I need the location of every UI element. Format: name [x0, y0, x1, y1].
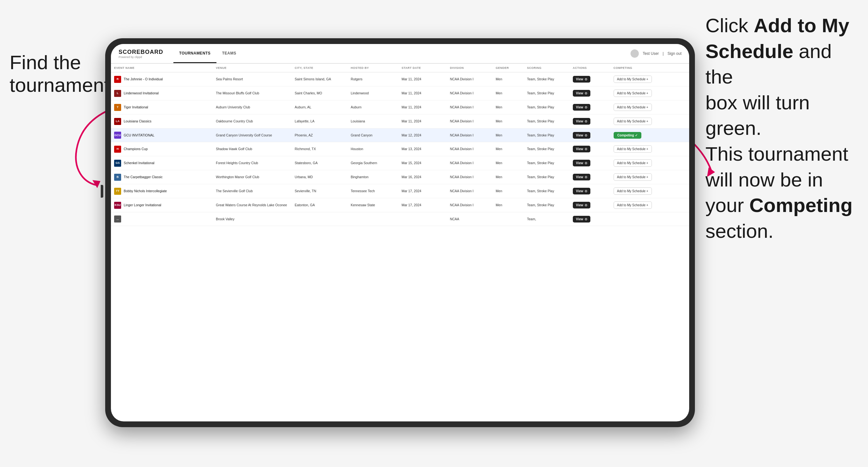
- td-hosted-by: Louisiana: [347, 115, 399, 128]
- td-event-name: GS Schenkel Invitational: [111, 156, 213, 170]
- team-logo: T: [114, 104, 121, 111]
- td-hosted-by: Auburn: [347, 100, 399, 115]
- team-logo: GCU: [114, 132, 121, 139]
- td-competing: Add to My Schedule +: [611, 170, 689, 184]
- table-row: H Champions Cup Shadow Hawk Golf ClubRic…: [111, 142, 689, 156]
- td-city: Sevierville, TN: [292, 184, 348, 198]
- team-logo: R: [114, 76, 121, 83]
- tab-tournaments[interactable]: TOURNAMENTS: [174, 44, 216, 63]
- td-venue: Oakbourne Country Club: [213, 115, 291, 128]
- td-gender: Men: [493, 86, 524, 100]
- td-scoring: Team, Stroke Play: [524, 72, 570, 86]
- th-scoring: SCORING: [524, 64, 570, 72]
- view-button[interactable]: View ⊙: [573, 132, 591, 139]
- add-to-schedule-button[interactable]: Add to My Schedule +: [614, 159, 652, 167]
- tablet-side-button: [101, 185, 103, 198]
- td-actions: View ⊙: [570, 170, 611, 184]
- view-button[interactable]: View ⊙: [573, 216, 591, 222]
- add-to-schedule-button[interactable]: Add to My Schedule +: [614, 187, 652, 195]
- td-division: NCAA Division I: [446, 142, 493, 156]
- td-actions: View ⊙: [570, 128, 611, 142]
- td-venue: Sea Palms Resort: [213, 72, 291, 86]
- td-venue: Shadow Hawk Golf Club: [213, 142, 291, 156]
- td-gender: Men: [493, 72, 524, 86]
- td-start-date: Mar 15, 2024: [399, 156, 447, 170]
- td-event-name: TT Bobby Nichols Intercollegiate: [111, 184, 213, 198]
- td-city: Saint Simons Island, GA: [292, 72, 348, 86]
- td-hosted-by: Georgia Southern: [347, 156, 399, 170]
- td-start-date: Mar 16, 2024: [399, 170, 447, 184]
- table-row: TT Bobby Nichols Intercollegiate The Sev…: [111, 184, 689, 198]
- td-division: NCAA: [446, 212, 493, 226]
- td-city: Saint Charles, MO: [292, 86, 348, 100]
- view-button[interactable]: View ⊙: [573, 160, 591, 166]
- td-competing: Add to My Schedule +: [611, 198, 689, 212]
- tablet-device: SCOREBOARD Powered by clippd TOURNAMENTS…: [105, 38, 695, 427]
- td-division: NCAA Division I: [446, 115, 493, 128]
- team-logo: KSU: [114, 202, 121, 209]
- add-to-schedule-button[interactable]: Add to My Schedule +: [614, 90, 652, 97]
- td-city: [292, 212, 348, 226]
- add-to-schedule-button[interactable]: Add to My Schedule +: [614, 174, 652, 181]
- add-to-schedule-button[interactable]: Add to My Schedule +: [614, 75, 652, 83]
- td-scoring: Team, Stroke Play: [524, 142, 570, 156]
- event-name-text: The Carpetbagger Classic: [124, 175, 162, 179]
- add-to-schedule-button[interactable]: Add to My Schedule +: [614, 201, 652, 209]
- th-venue: VENUE: [213, 64, 291, 72]
- team-logo: H: [114, 146, 121, 153]
- tab-teams[interactable]: TEAMS: [216, 44, 242, 63]
- td-actions: View ⊙: [570, 198, 611, 212]
- view-button[interactable]: View ⊙: [573, 146, 591, 152]
- td-start-date: Mar 11, 2024: [399, 72, 447, 86]
- td-hosted-by: Lindenwood: [347, 86, 399, 100]
- td-actions: View ⊙: [570, 115, 611, 128]
- view-button[interactable]: View ⊙: [573, 90, 591, 97]
- nav-right: Test User | Sign out: [630, 50, 682, 58]
- competing-button[interactable]: Competing ✓: [614, 132, 641, 139]
- nav-separator: |: [663, 51, 664, 56]
- th-event-name: EVENT NAME: [111, 64, 213, 72]
- view-button[interactable]: View ⊙: [573, 104, 591, 111]
- td-city: Phoenix, AZ: [292, 128, 348, 142]
- add-to-schedule-button[interactable]: Add to My Schedule +: [614, 103, 652, 111]
- add-to-schedule-button[interactable]: Add to My Schedule +: [614, 145, 652, 153]
- td-scoring: Team, Stroke Play: [524, 100, 570, 115]
- td-gender: [493, 212, 524, 226]
- team-logo: GS: [114, 160, 121, 167]
- td-scoring: Team, Stroke Play: [524, 198, 570, 212]
- add-to-schedule-button[interactable]: Add to My Schedule +: [614, 118, 652, 125]
- td-competing: Add to My Schedule +: [611, 100, 689, 115]
- tournament-table-wrapper: EVENT NAME VENUE CITY, STATE HOSTED BY S…: [111, 64, 689, 422]
- sign-out-link[interactable]: Sign out: [668, 51, 682, 56]
- event-name-text: The Johnnie - O Individual: [124, 77, 163, 81]
- view-button[interactable]: View ⊙: [573, 174, 591, 180]
- td-event-name: R The Johnnie - O Individual: [111, 72, 213, 86]
- td-competing: Add to My Schedule +: [611, 72, 689, 86]
- td-division: NCAA Division I: [446, 100, 493, 115]
- td-city: Auburn, AL: [292, 100, 348, 115]
- event-name-text: GCU INVITATIONAL: [124, 133, 154, 137]
- td-gender: Men: [493, 115, 524, 128]
- td-event-name: ...: [111, 212, 213, 226]
- view-button[interactable]: View ⊙: [573, 188, 591, 194]
- td-division: NCAA Division I: [446, 170, 493, 184]
- avatar: [630, 50, 639, 58]
- view-button[interactable]: View ⊙: [573, 202, 591, 209]
- td-competing: Add to My Schedule +: [611, 142, 689, 156]
- view-button[interactable]: View ⊙: [573, 76, 591, 83]
- team-logo: B: [114, 174, 121, 181]
- td-event-name: GCU GCU INVITATIONAL: [111, 128, 213, 142]
- event-name-text: Louisiana Classics: [124, 119, 151, 123]
- view-button[interactable]: View ⊙: [573, 118, 591, 125]
- td-hosted-by: Binghamton: [347, 170, 399, 184]
- td-competing: Add to My Schedule +: [611, 115, 689, 128]
- td-venue: The Missouri Bluffs Golf Club: [213, 86, 291, 100]
- td-start-date: Mar 11, 2024: [399, 115, 447, 128]
- logo-sub: Powered by clippd: [119, 56, 163, 59]
- td-gender: Men: [493, 170, 524, 184]
- team-logo: L: [114, 90, 121, 97]
- td-division: NCAA Division I: [446, 198, 493, 212]
- td-gender: Men: [493, 198, 524, 212]
- nav-tabs: TOURNAMENTS TEAMS: [174, 44, 242, 63]
- team-logo: ...: [114, 216, 121, 222]
